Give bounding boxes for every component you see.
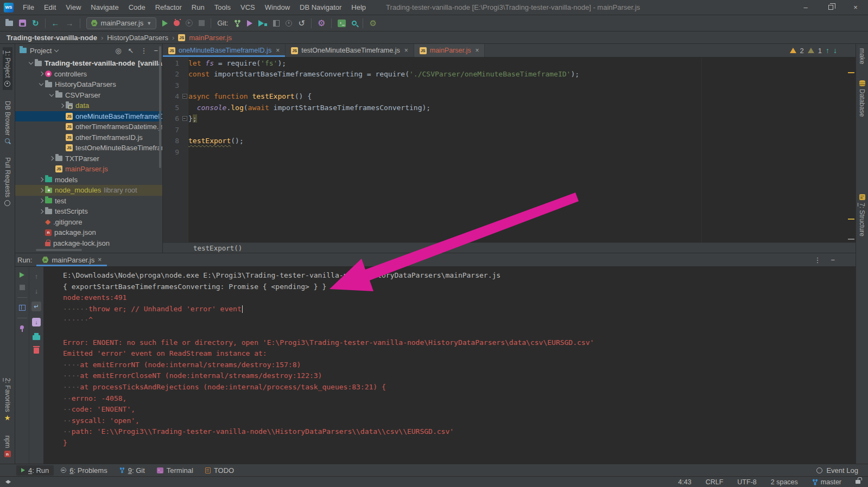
tool-window-button-9-git[interactable]: 9: Git — [115, 465, 150, 476]
code-editor[interactable]: 1let fs = require('fs');2const importSta… — [163, 57, 856, 242]
chevron-down-icon[interactable] — [49, 92, 54, 97]
menu-navigate[interactable]: Navigate — [86, 0, 123, 15]
tool-window-button-terminal[interactable]: ›_Terminal — [152, 465, 198, 476]
menu-vcs[interactable]: VCS — [236, 0, 260, 15]
encoding-indicator[interactable]: UTF-8 — [737, 478, 756, 486]
chevron-down-icon[interactable] — [39, 81, 43, 86]
error-stripe-mark[interactable] — [848, 219, 854, 220]
back-button[interactable]: ← — [52, 18, 60, 28]
breadcrumb-item-trading-tester-vanilla-node[interactable]: Trading-tester-vanilla-node — [7, 34, 97, 42]
menu-code[interactable]: Code — [124, 0, 150, 15]
chevron-right-icon[interactable] — [39, 188, 43, 193]
tree-item-oneminutebasetimeframeid-js[interactable]: JSoneMinuteBaseTimeframeID.js — [15, 111, 162, 122]
hide-run-panel-button[interactable]: − — [831, 256, 835, 264]
editor-tab-mainparser-js[interactable]: JSmainParser.js× — [414, 44, 485, 57]
chevron-down-icon[interactable] — [29, 60, 33, 65]
compare-button[interactable] — [273, 20, 280, 27]
chevron-right-icon[interactable] — [39, 72, 43, 76]
commit-button[interactable] — [258, 20, 267, 27]
tree-item-test[interactable]: test — [15, 196, 162, 207]
scroll-to-end-button[interactable]: ↓ — [32, 318, 41, 326]
next-warning-arrow-icon[interactable]: ↓ — [833, 46, 837, 55]
stop-process-button[interactable] — [20, 285, 25, 290]
collapse-all-button[interactable]: ↖ — [128, 47, 134, 55]
stripe-button-npm[interactable]: npmn — [3, 432, 12, 460]
run-configuration-select[interactable]: js mainParser.js ▼ — [86, 17, 157, 29]
chevron-right-icon[interactable] — [60, 104, 64, 108]
tree-item-testoneminutebasetimeframe-js[interactable]: JStestOneMinuteBaseTimeframe.js — [15, 143, 162, 153]
tree-item-package-json[interactable]: npackage.json — [15, 227, 162, 238]
clear-console-button[interactable] — [34, 347, 39, 354]
tree-item-historydataparsers[interactable]: HistoryDataParsers — [15, 79, 162, 90]
menu-tools[interactable]: Tools — [210, 0, 236, 15]
search-everywhere-button[interactable] — [352, 21, 357, 25]
stripe-button-database[interactable]: Database — [857, 77, 867, 120]
menu-refactor[interactable]: Refactor — [150, 0, 187, 15]
chevron-right-icon[interactable] — [39, 198, 43, 203]
breadcrumb-item-historydataparsers[interactable]: HistoryDataParsers — [107, 34, 168, 42]
fold-marker-icon[interactable]: − — [182, 116, 187, 121]
terminal-button[interactable]: ›_ — [338, 20, 346, 27]
git-branch-widget[interactable]: master — [812, 478, 841, 486]
locate-file-button[interactable]: ◎ — [115, 47, 121, 55]
tree-item-gitignore[interactable]: ◆.gitignore — [15, 217, 162, 228]
stripe-button-pull-requests[interactable]: Pull Requests — [3, 154, 12, 209]
tree-horizontal-scrollbar[interactable] — [36, 249, 82, 251]
error-stripe-mark[interactable] — [848, 239, 854, 240]
chevron-right-icon[interactable] — [39, 177, 43, 182]
tree-item-mainparser-js[interactable]: JSmainParser.js — [15, 164, 162, 175]
prev-occurrence-button[interactable]: ↑ — [35, 272, 39, 280]
close-icon[interactable]: × — [404, 47, 408, 54]
debug-button[interactable] — [174, 20, 180, 26]
run-button[interactable] — [162, 20, 168, 27]
stripe-toggle-icon[interactable] — [5, 480, 11, 484]
breadcrumb-item-mainparser-js[interactable]: mainParser.js — [189, 34, 232, 42]
next-occurrence-button[interactable]: ↓ — [35, 287, 39, 295]
plugin-gear-icon[interactable]: ⚙ — [369, 18, 376, 28]
menu-window[interactable]: Window — [260, 0, 295, 15]
tool-window-button-4-run[interactable]: 4: Run — [16, 465, 54, 476]
menu-db-navigator[interactable]: DB Navigator — [295, 0, 346, 15]
stripe-button-db-browser[interactable]: DB Browser — [3, 98, 12, 146]
stripe-button-1-project[interactable]: 1: Project — [3, 47, 12, 90]
save-all-button[interactable] — [19, 20, 26, 27]
caret-position[interactable]: 4:43 — [678, 478, 691, 486]
restore-button[interactable] — [818, 0, 843, 15]
menu-run[interactable]: Run — [187, 0, 210, 15]
tool-window-button-todo[interactable]: TODO — [200, 465, 239, 476]
editor-tab-oneminutebasetimeframeid-js[interactable]: JSoneMinuteBaseTimeframeID.js× — [163, 44, 286, 57]
tree-item-node-modules[interactable]: node_modules library root — [15, 185, 162, 196]
tree-item-models[interactable]: models — [15, 175, 162, 185]
stripe-button-make[interactable]: make — [857, 45, 867, 67]
tree-item-txtparser[interactable]: TXTParser — [15, 153, 162, 164]
tree-item-testscripts[interactable]: testScripts — [15, 206, 162, 217]
close-icon[interactable]: × — [475, 47, 479, 54]
tree-item-trading-tester-vanilla-node[interactable]: Trading-tester-vanilla-node [vanilla-nod… — [15, 58, 162, 69]
event-log-button[interactable]: Event Log — [816, 466, 868, 475]
sync-button[interactable]: ↻ — [32, 18, 39, 28]
tree-item-csvparser[interactable]: CSVParser — [15, 90, 162, 101]
indent-indicator[interactable]: 2 spaces — [771, 478, 798, 486]
rollback-button[interactable]: ↺ — [298, 18, 305, 28]
close-icon[interactable]: × — [98, 256, 102, 264]
pin-tab-button[interactable] — [20, 325, 24, 329]
inspections-widget[interactable]: 2 1 ↑ ↓ — [790, 46, 837, 55]
tool-window-button-6-problems[interactable]: 6: Problems — [56, 465, 112, 476]
profile-button[interactable] — [186, 20, 193, 27]
panel-options-button[interactable]: ⋮ — [140, 47, 147, 55]
tree-vertical-scrollbar[interactable] — [159, 46, 161, 168]
tree-item-package-lock-json[interactable]: package-lock.json — [15, 238, 162, 249]
editor-tab-testoneminutebasetimeframe-js[interactable]: JStestOneMinuteBaseTimeframe.js× — [286, 44, 414, 57]
fold-marker-icon[interactable]: − — [182, 94, 187, 99]
prev-warning-arrow-icon[interactable]: ↑ — [826, 46, 829, 55]
project-panel-title[interactable]: Project — [30, 47, 52, 55]
stripe-button-2-favorites[interactable]: 2: Favorites★ — [3, 375, 12, 425]
tree-item-data[interactable]: data — [15, 100, 162, 111]
menu-edit[interactable]: Edit — [39, 0, 61, 15]
minimize-button[interactable]: – — [793, 0, 818, 15]
tree-item-othertimeframesid-js[interactable]: JSotherTimeframesID.js — [15, 132, 162, 143]
menu-file[interactable]: File — [18, 0, 39, 15]
chevron-right-icon[interactable] — [49, 156, 54, 161]
settings-button[interactable]: ⚙ — [318, 18, 325, 28]
soft-wrap-button[interactable]: ↵ — [31, 302, 41, 311]
